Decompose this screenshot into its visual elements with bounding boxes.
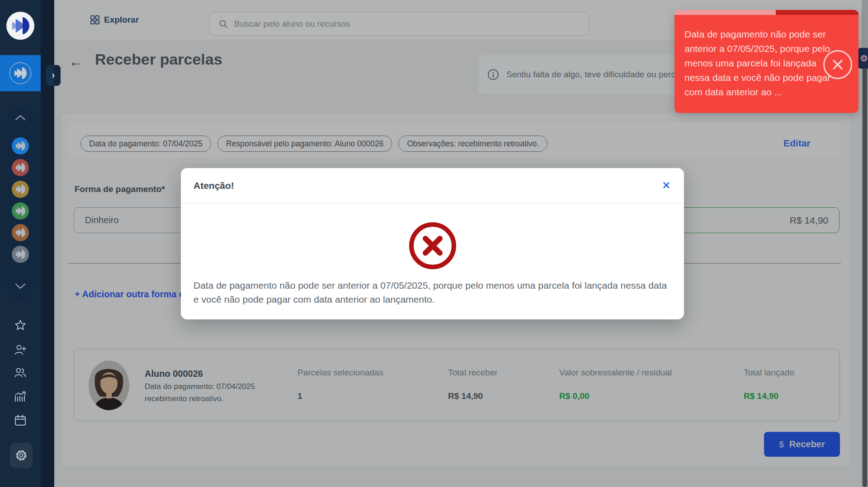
workspace-logo-icon: [14, 227, 26, 239]
workspace-item[interactable]: [12, 246, 29, 263]
error-circle-icon: [407, 220, 458, 271]
workspace-item[interactable]: [12, 202, 29, 220]
workspace-logo-icon: [14, 140, 26, 152]
scroll-up-chevron-icon[interactable]: [15, 114, 26, 121]
dialog-title: Atenção!: [193, 180, 234, 191]
calendar-icon[interactable]: [14, 414, 27, 426]
close-icon: [830, 57, 845, 72]
dialog-header: Atenção! ✕: [181, 168, 684, 203]
attention-dialog: Atenção! ✕ Data de pagamento não pode se…: [181, 168, 684, 319]
gear-icon: ⚙: [860, 53, 868, 64]
hidden-settings-widget[interactable]: ⚙: [857, 48, 868, 69]
users-icon[interactable]: [14, 366, 27, 379]
workspace-logo-icon: [14, 248, 26, 260]
gear-icon: [14, 449, 28, 462]
workspace-logo-icon: [14, 205, 26, 217]
scroll-down-chevron-icon[interactable]: [15, 283, 26, 290]
favorites-star-icon[interactable]: [14, 319, 27, 332]
app-logo[interactable]: [6, 12, 34, 40]
settings-button[interactable]: [10, 443, 33, 468]
workspace-logo-icon: [14, 183, 26, 195]
reports-chart-icon[interactable]: [14, 390, 27, 403]
error-toast: Data de pagamento não pode ser anterior …: [675, 10, 859, 113]
workspace-item[interactable]: [12, 181, 29, 198]
toast-progress-elapsed: [675, 10, 776, 15]
workspace-item[interactable]: [12, 137, 29, 155]
dialog-message: Data de pagamento não pode ser anterior …: [193, 278, 674, 306]
app-logo-icon: [9, 15, 31, 37]
workspace-logo-icon: [14, 162, 26, 173]
dialog-close-button[interactable]: ✕: [662, 181, 670, 191]
workspace-item[interactable]: [12, 159, 29, 176]
toast-message: Data de pagamento não pode ser anterior …: [684, 27, 840, 99]
active-workspace-logo-icon: [9, 62, 31, 84]
toast-progress-bar: [675, 10, 859, 15]
active-workspace-tile[interactable]: [0, 55, 41, 91]
add-user-icon[interactable]: [14, 343, 27, 356]
toast-progress-remaining: [776, 10, 859, 15]
toast-close-button[interactable]: [823, 50, 852, 79]
workspace-item[interactable]: [12, 224, 29, 241]
